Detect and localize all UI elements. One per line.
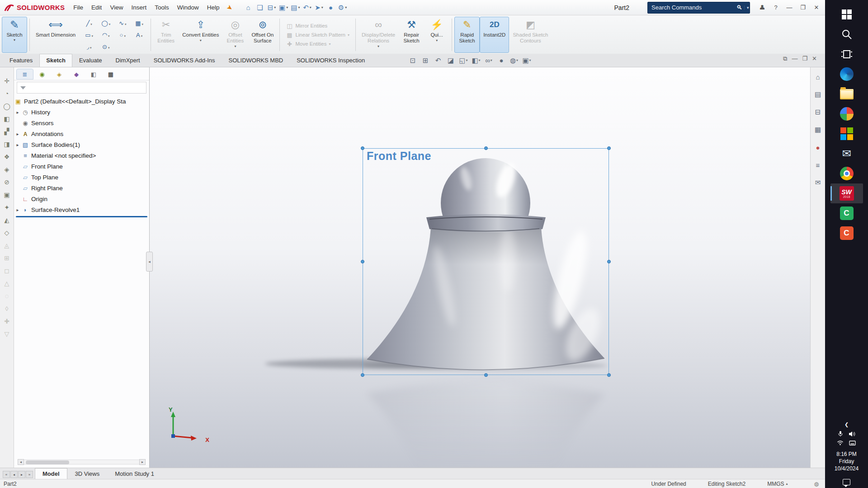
left-tool-5[interactable]: ▞ — [1, 126, 12, 137]
taskpane-home-icon[interactable]: ⌂ — [812, 71, 824, 83]
tree-item[interactable]: Front Plane — [14, 161, 149, 172]
selection-handle[interactable] — [361, 260, 364, 263]
doc-close-icon[interactable]: ✕ — [812, 55, 817, 62]
apply-scene-icon[interactable]: ◍ — [508, 55, 520, 66]
quick-snaps-button[interactable]: ⚡ Qui... — [424, 17, 449, 53]
tree-item[interactable]: Sensors — [14, 117, 149, 128]
repair-sketch-button[interactable]: ⚒ RepairSketch — [399, 17, 424, 53]
mail-app-button[interactable]: ✉ — [830, 144, 863, 164]
menu-item[interactable]: Edit — [87, 0, 106, 15]
shaded-sketch-contours-button[interactable]: ◩ Shaded SketchContours — [509, 17, 552, 53]
scroll-right-icon[interactable]: ▸ — [139, 459, 146, 465]
left-tool-15[interactable]: ⊞ — [1, 253, 12, 263]
tree-filter-input[interactable] — [29, 84, 146, 91]
doc-restore-group-icon[interactable]: ⧉ — [783, 55, 787, 62]
taskbar-search-button[interactable] — [830, 24, 863, 44]
pin-menu-icon[interactable]: ➤ — [222, 0, 238, 14]
appearances-icon[interactable]: ● — [812, 141, 824, 153]
left-tool-14[interactable]: ◬ — [1, 240, 12, 251]
zoom-fit-icon[interactable]: ⊡ — [407, 55, 419, 66]
appearance-sphere-icon[interactable]: ● — [325, 2, 336, 13]
view-orientation-icon[interactable]: ◱ — [458, 55, 469, 66]
selection-handle[interactable] — [361, 373, 364, 377]
sketch-button[interactable]: ✎ Sketch ▾ — [2, 17, 27, 53]
help-icon[interactable]: ? — [770, 2, 782, 13]
left-tool-4[interactable]: ◧ — [1, 113, 12, 124]
selection-box[interactable]: Front Plane — [363, 148, 609, 375]
display-delete-relations-button[interactable]: ∞ Display/DeleteRelations — [358, 17, 399, 53]
left-tool-2[interactable]: ◔ — [1, 88, 12, 99]
home-icon[interactable]: ⌂ — [243, 2, 254, 13]
menu-item[interactable]: File — [69, 0, 87, 15]
dimxpertmanager-tab-icon[interactable]: ◆ — [68, 69, 85, 79]
offset-on-surface-button[interactable]: ⊚ Offset OnSurface — [248, 17, 277, 53]
left-tool-17[interactable]: △ — [1, 278, 12, 289]
expand-arrow-icon[interactable] — [14, 131, 21, 136]
line-tool-icon[interactable]: ╱ — [81, 18, 97, 29]
prev-tab-icon[interactable]: ◂ — [10, 471, 18, 478]
start-button[interactable] — [830, 5, 863, 24]
left-tool-8[interactable]: ◈ — [1, 164, 12, 175]
document-tab[interactable]: Model — [35, 468, 67, 479]
search-commands-box[interactable]: 🔍︎ ▾ — [647, 2, 750, 14]
speaker-icon[interactable] — [849, 431, 855, 437]
left-tool-1[interactable]: ✛ — [1, 75, 12, 86]
arc-tool-icon[interactable]: ◠ — [98, 29, 114, 41]
design-library-icon[interactable]: ▤ — [812, 89, 824, 100]
tree-item[interactable]: Top Plane — [14, 172, 149, 183]
rollback-bar[interactable] — [16, 216, 147, 217]
menu-item[interactable]: Window — [173, 0, 203, 15]
rectangle-tool-icon[interactable]: ▭ — [81, 29, 97, 41]
options-gear-icon[interactable]: ⚙ — [337, 2, 348, 13]
selection-handle[interactable] — [607, 260, 611, 263]
taskbar-clock[interactable]: 8:16 PM Friday 10/4/2024 — [835, 450, 859, 472]
tree-item[interactable]: Origin — [14, 193, 149, 204]
cam-tab-icon[interactable]: ▦ — [103, 69, 119, 79]
save-icon[interactable]: ▣ — [278, 2, 289, 13]
task-view-button[interactable] — [830, 44, 863, 64]
status-tag-icon[interactable]: ◍ — [814, 481, 819, 487]
login-user-icon[interactable]: 👤︎ — [756, 2, 768, 13]
next-tab-icon[interactable]: ▸ — [18, 471, 25, 478]
scroll-left-icon[interactable]: ◂ — [18, 459, 24, 465]
document-tab[interactable]: Motion Study 1 — [107, 468, 162, 479]
featuremanager-tab-icon[interactable]: ≣ — [17, 69, 33, 79]
fillet-tool-icon[interactable]: ◞ — [81, 41, 97, 52]
commandmanager-tab[interactable]: SOLIDWORKS Inspection — [290, 54, 372, 67]
selection-handle[interactable] — [361, 146, 364, 150]
commandmanager-tab[interactable]: SOLIDWORKS MBD — [222, 54, 290, 67]
search-icon[interactable]: 🔍︎ — [735, 4, 744, 11]
forum-icon[interactable]: ✉ — [812, 177, 824, 188]
app-c-green-button[interactable]: C — [830, 203, 863, 223]
propertymanager-tab-icon[interactable]: ◉ — [34, 69, 50, 79]
open-icon[interactable]: ⊟ — [266, 2, 277, 13]
trim-entities-button[interactable]: ✂ TrimEntities — [153, 17, 179, 53]
solidworks-app-button[interactable]: SW 2018 — [830, 183, 863, 203]
zoom-area-icon[interactable]: ⊞ — [420, 55, 431, 66]
smart-dimension-button[interactable]: ⟺ Smart Dimension — [32, 17, 79, 53]
left-tool-16[interactable]: ◻ — [1, 265, 12, 276]
microphone-icon[interactable] — [838, 431, 843, 437]
action-center-icon[interactable] — [843, 479, 850, 485]
select-icon[interactable]: ➤ — [313, 2, 324, 13]
scroll-track[interactable] — [24, 460, 139, 465]
app-c-orange-button[interactable]: C — [830, 223, 863, 243]
microsoft-app-button[interactable] — [830, 124, 863, 144]
spline-tool-icon[interactable]: ∿ — [114, 18, 131, 29]
left-tool-6[interactable]: ◨ — [1, 139, 12, 150]
menu-item[interactable]: View — [106, 0, 127, 15]
left-tool-7[interactable]: ❖ — [1, 151, 12, 162]
first-tab-icon[interactable]: « — [3, 471, 10, 478]
scroll-thumb[interactable] — [26, 460, 69, 465]
offset-entities-button[interactable]: ◎ OffsetEntities — [222, 17, 248, 53]
tree-item[interactable]: Right Plane — [14, 183, 149, 193]
file-explorer-button[interactable] — [830, 84, 863, 104]
ellipse-tool-icon[interactable]: ○ — [114, 29, 131, 41]
commandmanager-tab[interactable]: Evaluate — [72, 54, 109, 67]
left-tool-10[interactable]: ▣ — [1, 189, 12, 200]
file-explorer-icon[interactable]: ⊟ — [812, 106, 824, 118]
graphics-viewport[interactable]: Front Plane Y X — [150, 67, 810, 468]
left-tool-11[interactable]: ✦ — [1, 202, 12, 213]
left-tool-21[interactable]: ▽ — [1, 328, 12, 339]
displaymanager-tab-icon[interactable]: ◧ — [85, 69, 102, 79]
